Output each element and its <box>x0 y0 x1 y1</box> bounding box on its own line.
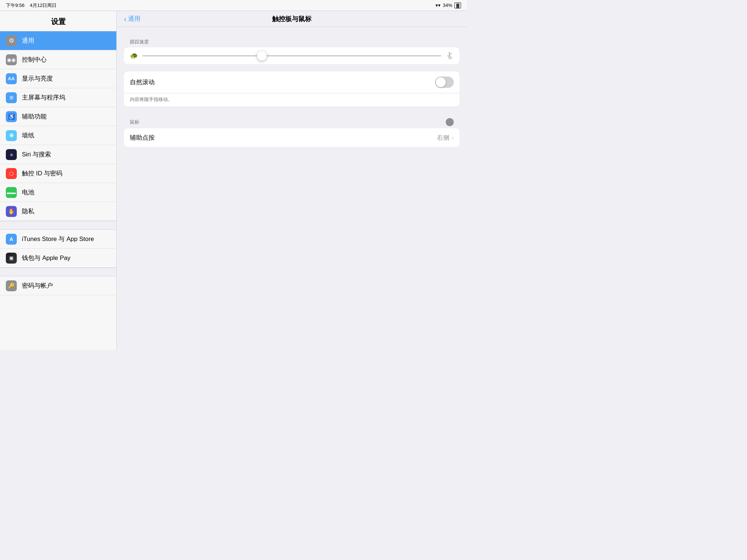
slow-turtle-icon: 🐢 <box>130 52 138 60</box>
sidebar-item-homescreen[interactable]: ⊞ 主屏幕与程序坞 <box>0 88 116 107</box>
right-panel: ‹ 通用 触控板与鼠标 跟踪速度 🐢 🐇 <box>117 11 467 350</box>
wallpaper-icon: ❋ <box>6 130 17 141</box>
passwords-icon: 🔑 <box>6 280 17 291</box>
itunes-label: iTunes Store 与 App Store <box>22 235 94 243</box>
sidebar-item-privacy[interactable]: ✋ 隐私 <box>0 202 116 221</box>
back-chevron-icon: ‹ <box>124 15 127 23</box>
chevron-right-icon: › <box>452 134 454 141</box>
sidebar-item-itunes[interactable]: A iTunes Store 与 App Store <box>0 230 116 249</box>
accessibility-icon: ♿ <box>6 111 17 122</box>
status-indicators: ▾▾ 34% ▓ <box>436 3 461 8</box>
sidebar-item-control[interactable]: ◉◉ 控制中心 <box>0 50 116 69</box>
sidebar-item-display[interactable]: AA 显示与亮度 <box>0 69 116 88</box>
natural-scroll-section: 自然滚动 内容将随手指移动。 <box>124 71 460 106</box>
status-bar: 下午9:56 4月12日周日 ▾▾ 34% ▓ <box>0 0 467 11</box>
homescreen-icon: ⊞ <box>6 92 17 103</box>
general-label: 通用 <box>22 36 34 45</box>
mouse-section: 鼠标 辅助点按 右侧 › <box>124 115 460 147</box>
sidebar-item-touchid[interactable]: ⬡ 触控 ID 与密码 <box>0 164 116 183</box>
slider-thumb[interactable] <box>257 51 267 61</box>
natural-scroll-row: 自然滚动 <box>124 71 460 93</box>
sidebar-item-passwords[interactable]: 🔑 密码与帐户 <box>0 276 116 295</box>
display-label: 显示与亮度 <box>22 74 53 83</box>
natural-scroll-label: 自然滚动 <box>130 78 155 86</box>
mouse-label: 鼠标 <box>130 119 139 125</box>
mouse-section-header: 鼠标 <box>124 115 460 128</box>
sidebar-item-siri[interactable]: ◈ Siri 与搜索 <box>0 145 116 164</box>
sidebar-item-general[interactable]: ⚙ 通用 <box>0 31 116 50</box>
battery-percent: 34% <box>443 3 452 8</box>
sidebar-item-battery[interactable]: ▬▬ 电池 <box>0 183 116 202</box>
sidebar-item-wallpaper[interactable]: ❋ 墙纸 <box>0 126 116 145</box>
display-icon: AA <box>6 73 17 84</box>
back-button[interactable]: ‹ 通用 <box>124 15 140 23</box>
slider-filled <box>142 55 262 57</box>
privacy-label: 隐私 <box>22 207 34 215</box>
battery-label: 电池 <box>22 188 34 197</box>
toggle-knob <box>436 77 446 87</box>
itunes-icon: A <box>6 234 17 245</box>
content-area: 跟踪速度 🐢 🐇 自然滚动 <box>117 27 467 156</box>
control-icon: ◉◉ <box>6 54 17 65</box>
touchid-icon: ⬡ <box>6 168 17 179</box>
assistive-touch-label: 辅助点按 <box>130 133 155 142</box>
homescreen-label: 主屏幕与程序坞 <box>22 93 65 102</box>
assistive-touch-value-group: 右侧 › <box>437 133 454 142</box>
sidebar-item-wallet[interactable]: ▣ 钱包与 Apple Pay <box>0 249 116 268</box>
tracking-speed-card: 🐢 🐇 <box>124 47 460 64</box>
fast-rabbit-icon: 🐇 <box>446 52 454 60</box>
status-time-date: 下午9:56 4月12日周日 <box>6 2 57 9</box>
battery-settings-icon: ▬▬ <box>6 187 17 198</box>
tracking-speed-label: 跟踪速度 <box>124 36 460 47</box>
nav-bar: ‹ 通用 触控板与鼠标 <box>117 11 467 27</box>
mouse-dot-icon <box>446 118 454 126</box>
wallet-icon: ▣ <box>6 253 17 264</box>
back-label: 通用 <box>128 15 140 23</box>
natural-scroll-toggle[interactable] <box>435 77 454 88</box>
siri-icon: ◈ <box>6 149 17 160</box>
sidebar: 设置 ⚙ 通用 ◉◉ 控制中心 AA 显示与亮度 ⊞ 主屏幕与程序坞 ♿ 辅助功… <box>0 11 117 350</box>
sidebar-spacer-2 <box>0 268 116 276</box>
sidebar-spacer-1 <box>0 221 116 230</box>
battery-icon: ▓ <box>454 3 461 8</box>
siri-label: Siri 与搜索 <box>22 150 51 159</box>
tracking-speed-section: 跟踪速度 🐢 🐇 <box>124 36 460 64</box>
natural-scroll-description: 内容将随手指移动。 <box>124 93 460 106</box>
slider-row: 🐢 🐇 <box>124 47 460 64</box>
wifi-icon: ▾▾ <box>436 3 441 8</box>
accessibility-label: 辅助功能 <box>22 112 47 121</box>
passwords-label: 密码与帐户 <box>22 281 53 290</box>
general-icon: ⚙ <box>6 35 17 46</box>
wallet-label: 钱包与 Apple Pay <box>22 254 70 262</box>
tracking-slider[interactable] <box>142 55 441 57</box>
assistive-touch-value: 右侧 <box>437 133 449 142</box>
nav-title: 触控板与鼠标 <box>272 15 311 23</box>
sidebar-title: 设置 <box>0 11 116 31</box>
privacy-icon: ✋ <box>6 206 17 217</box>
assistive-touch-row[interactable]: 辅助点按 右侧 › <box>124 128 460 147</box>
sidebar-item-accessibility[interactable]: ♿ 辅助功能 <box>0 107 116 126</box>
control-label: 控制中心 <box>22 55 47 64</box>
wallpaper-label: 墙纸 <box>22 131 34 140</box>
touchid-label: 触控 ID 与密码 <box>22 169 62 178</box>
